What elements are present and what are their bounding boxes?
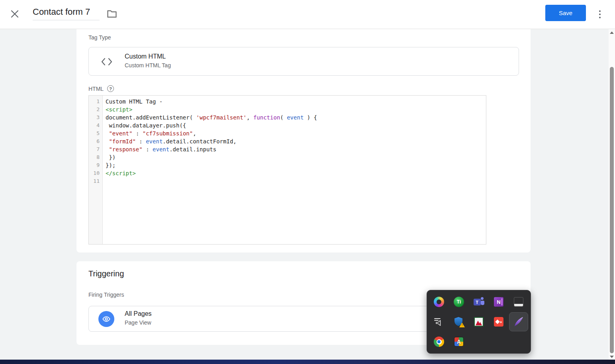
taskbar-edge	[0, 360, 615, 364]
code-line: Custom HTML Tag -	[106, 98, 486, 106]
code-line: </script>	[106, 169, 486, 177]
code-line: <script>	[106, 106, 486, 114]
onenote-icon[interactable]: N	[489, 292, 509, 312]
folder-icon	[107, 10, 117, 18]
firing-triggers-label: Firing Triggers	[88, 292, 124, 298]
tag-type-name: Custom HTML	[125, 53, 166, 60]
purple-feather-app-icon[interactable]	[509, 312, 529, 332]
triggering-heading: Triggering	[88, 269, 124, 278]
header: Contact form 7 Save	[0, 0, 615, 29]
close-button[interactable]	[10, 9, 20, 19]
trigger-name: All Pages	[125, 310, 152, 317]
scrollbar[interactable]	[609, 29, 615, 360]
scrollbar-thumb[interactable]	[610, 67, 614, 353]
tag-type-selector[interactable]: Custom HTML Custom HTML Tag	[88, 47, 519, 76]
window-grid-app-icon[interactable]	[509, 292, 529, 312]
windows-security-warning-icon[interactable]: !	[449, 312, 469, 332]
close-icon	[10, 9, 20, 19]
trigger-badge	[98, 311, 114, 327]
code-line: });	[106, 161, 486, 169]
trigger-type: Page View	[125, 319, 151, 326]
scroll-down-arrow-icon[interactable]	[610, 356, 614, 358]
code-brackets-icon	[101, 57, 113, 67]
tag-name-input[interactable]: Contact form 7	[33, 7, 100, 20]
code-line: document.addEventListener( 'wpcf7mailsen…	[106, 114, 486, 121]
gutter: 1234567891011	[89, 96, 103, 244]
code-line: "response" : event.detail.inputs	[106, 145, 486, 153]
html-label: HTML	[88, 86, 104, 92]
a-quadrant-app-icon[interactable]: A	[449, 332, 469, 352]
red-mountain-app-icon[interactable]	[469, 312, 489, 332]
code-line: window.dataLayer.push({	[106, 121, 486, 129]
code-line: })	[106, 153, 486, 161]
tag-type-description: Custom HTML Tag	[125, 62, 171, 68]
code-editor[interactable]: 1234567891011 Custom HTML Tag -<script>d…	[88, 95, 486, 245]
code-line: "event" : "cf7submission",	[106, 129, 486, 137]
chrome-icon[interactable]	[429, 332, 449, 352]
copilot-icon[interactable]	[429, 292, 449, 312]
ti-green-app-icon[interactable]: Ti	[449, 292, 469, 312]
code-area[interactable]: Custom HTML Tag -<script>document.addEve…	[103, 96, 486, 244]
tag-config-card: Tag Type Custom HTML Custom HTML Tag HTM…	[76, 29, 531, 252]
eye-icon	[102, 315, 111, 323]
announcement-icon[interactable]	[429, 312, 449, 332]
folder-button[interactable]	[107, 10, 118, 19]
code-line	[106, 177, 486, 185]
taskbar-overflow-popup: Ti T N ! »	[427, 290, 531, 354]
save-button[interactable]: Save	[545, 5, 586, 21]
help-icon[interactable]: ?	[107, 85, 114, 92]
scroll-up-arrow-icon[interactable]	[610, 31, 614, 34]
hovered-app-cell	[509, 312, 528, 331]
kebab-menu-icon[interactable]	[596, 8, 603, 20]
red-diamond-app-icon[interactable]: »	[489, 312, 509, 332]
tag-type-label: Tag Type	[88, 34, 111, 41]
ms-teams-icon[interactable]: T	[469, 292, 489, 312]
code-line: "formId" : event.detail.contactFormId,	[106, 137, 486, 145]
html-field-label-row: HTML ?	[88, 85, 114, 92]
